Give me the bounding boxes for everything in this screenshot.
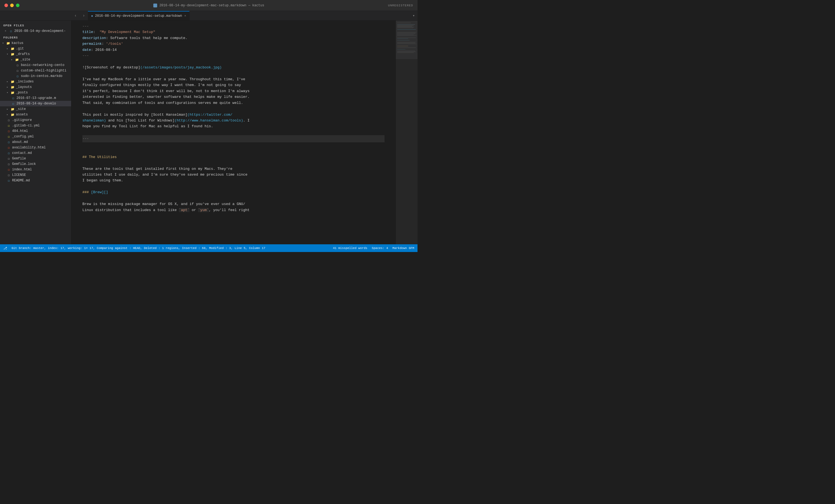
sidebar-item-networking[interactable]: ◻ basic-networking-cento (0, 62, 71, 68)
traffic-lights (4, 4, 20, 7)
file-icon: ◻ (15, 63, 20, 67)
file-name: contact.md (12, 151, 32, 155)
file-name: custom-shell-highlighti (21, 69, 66, 73)
nav-forward-button[interactable]: › (80, 11, 88, 20)
svg-rect-6 (397, 29, 416, 30)
sidebar-item-drafts[interactable]: 📁 _drafts (0, 52, 71, 57)
sidebar-item-assets[interactable]: 📁 assets (0, 112, 71, 117)
sidebar-item-posts[interactable]: 📁 _posts (0, 90, 71, 95)
sidebar-item-git[interactable]: 📁 .git (0, 46, 71, 52)
open-file-name: 2016-08-14-my-development- (14, 29, 66, 33)
svg-rect-12 (397, 38, 416, 38)
file-icon: ◻ (6, 167, 11, 172)
tab-dropdown-button[interactable]: ▾ (412, 11, 418, 20)
file-name: 404.html (12, 129, 28, 133)
file-name: .gitignore (12, 118, 32, 122)
close-button[interactable] (4, 4, 8, 7)
nav-back-button[interactable]: ‹ (72, 11, 80, 20)
maximize-button[interactable] (16, 4, 20, 7)
close-icon[interactable]: × (3, 29, 8, 33)
folder-icon: 📁 (6, 41, 11, 45)
file-icon: ◻ (15, 74, 20, 78)
file-icon: ◻ (6, 162, 11, 166)
file-name: README.md (12, 179, 30, 182)
status-bar-right: 41 misspelled words Spaces: 4 Markdown G… (333, 246, 414, 250)
language-mode: Markdown GFM (392, 246, 414, 250)
minimap-content (396, 21, 418, 244)
sidebar-item-layouts[interactable]: 📁 _layouts (0, 84, 71, 90)
folder-arrow-icon (6, 85, 11, 89)
sidebar-item-contact[interactable]: ◻ contact.md (0, 150, 71, 156)
sidebar-item-gitlab-ci[interactable]: ◻ .gitlab-ci.yml (0, 123, 71, 128)
folder-icon: 📁 (11, 46, 15, 51)
file-name: about.md (12, 140, 28, 144)
folder-name: _drafts (16, 52, 30, 56)
folder-name: _includes (16, 80, 34, 83)
folder-arrow-icon (6, 113, 11, 116)
file-icon: ◻ (6, 178, 11, 183)
sidebar-item-drafts-site[interactable]: 📁 _site (0, 57, 71, 62)
folder-icon: 📁 (11, 113, 15, 117)
file-icon: ◻ (6, 145, 11, 150)
sidebar-item-sudo[interactable]: ◻ sudo-in-centos.markdo (0, 73, 71, 79)
tab-bar: ‹ › ■ 2016-08-14-my-development-mac-setu… (0, 11, 418, 21)
sidebar-item-index[interactable]: ◻ index.html (0, 167, 71, 172)
sidebar-item-gemfile[interactable]: ◻ Gemfile (0, 156, 71, 161)
folder-icon: 📁 (11, 90, 15, 95)
file-icon: ◻ (6, 118, 11, 122)
file-icon: ◻ (6, 156, 11, 161)
folder-name: .git (16, 47, 24, 51)
editor-area: --- title: "My Development Mac Setup" de… (72, 21, 418, 244)
file-icon: ◻ (6, 134, 11, 139)
tab-close-button[interactable]: × (184, 14, 186, 18)
editor-code[interactable]: --- title: "My Development Mac Setup" de… (82, 23, 385, 213)
folder-arrow-icon (2, 41, 6, 45)
folder-icon: 📁 (11, 107, 15, 111)
chevron-down-icon: ▾ (412, 14, 415, 18)
editor-content[interactable]: --- title: "My Development Mac Setup" de… (72, 21, 395, 244)
folder-arrow-icon (6, 107, 11, 111)
svg-rect-14 (397, 40, 409, 40)
git-status: Git branch: master, index: 17, working: … (12, 246, 265, 250)
sidebar-item-404[interactable]: ◻ 404.html (0, 128, 71, 134)
svg-rect-15 (397, 42, 416, 42)
folder-name: assets (16, 113, 28, 117)
tab-label: 2016-08-14-my-development-mac-setup.mark… (95, 14, 182, 18)
open-files-title: OPEN FILES (0, 22, 71, 28)
sidebar-item-availability[interactable]: ◻ availability.html (0, 145, 71, 150)
file-name: .gitlab-ci.yml (12, 124, 40, 127)
folder-arrow-icon (6, 80, 11, 83)
sidebar-item-post1[interactable]: ◻ 2016-07-13-upgrade.m (0, 95, 71, 101)
sidebar-item-gitignore[interactable]: ◻ .gitignore (0, 117, 71, 123)
minimap (395, 21, 418, 244)
svg-rect-7 (397, 32, 416, 33)
sidebar-item-gemfilelock[interactable]: ◻ Gemfile.lock (0, 161, 71, 167)
file-icon: ◻ (6, 140, 11, 144)
registration-status: UNREGISTERED (388, 4, 413, 7)
window-title: 2016-08-14-my-development-mac-setup.mark… (153, 4, 264, 7)
file-icon: ◻ (6, 173, 11, 177)
spaces-setting: Spaces: 4 (372, 246, 388, 250)
folder-icon: 📁 (11, 79, 15, 84)
minimize-button[interactable] (10, 4, 14, 7)
sidebar-item-about[interactable]: ◻ about.md (0, 139, 71, 145)
sidebar-item-includes[interactable]: 📁 _includes (0, 79, 71, 84)
folder-icon: 📁 (15, 57, 19, 62)
file-name: 2016-07-13-upgrade.m (17, 96, 56, 100)
sidebar-item-config[interactable]: ◻ _config.yml (0, 134, 71, 139)
sidebar-item-kactus[interactable]: 📁 kactus (0, 40, 71, 46)
folder-name: kactus (12, 41, 23, 45)
svg-rect-10 (397, 35, 414, 35)
sidebar-item-post2-active[interactable]: ◻ 2016-08-14-my-develo (0, 101, 71, 106)
sidebar-item-license[interactable]: ◻ LICENSE (0, 172, 71, 178)
file-icon: ◻ (15, 68, 20, 73)
open-file-item[interactable]: × ◻ 2016-08-14-my-development- (0, 28, 71, 34)
file-name: Gemfile.lock (12, 162, 36, 166)
sidebar-item-shell[interactable]: ◻ custom-shell-highlighti (0, 68, 71, 73)
title-bar: 2016-08-14-my-development-mac-setup.mark… (0, 0, 418, 11)
sidebar-item-site[interactable]: 📁 _site (0, 106, 71, 112)
active-tab[interactable]: ■ 2016-08-14-my-development-mac-setup.ma… (88, 11, 189, 20)
svg-rect-19 (397, 47, 416, 48)
editor-main[interactable]: --- title: "My Development Mac Setup" de… (72, 21, 395, 244)
sidebar-item-readme[interactable]: ◻ README.md (0, 178, 71, 183)
